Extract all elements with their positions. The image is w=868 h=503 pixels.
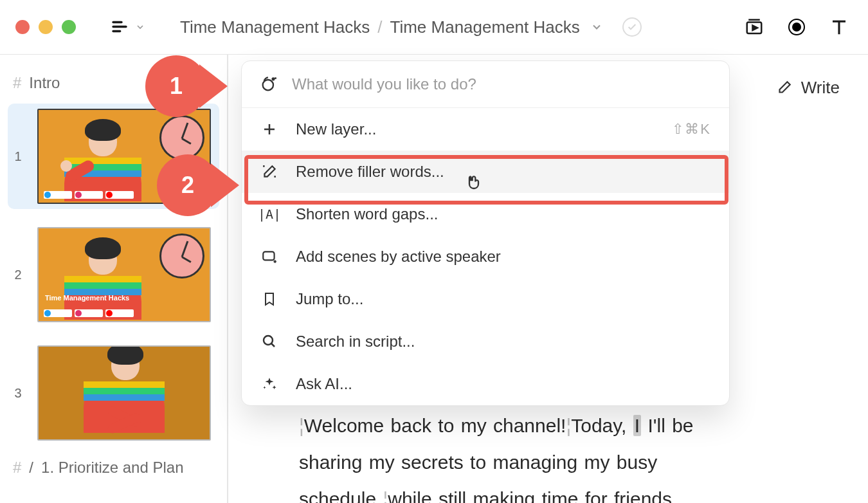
tutorial-step-1: 1 bbox=[145, 55, 228, 117]
sync-status-icon bbox=[622, 17, 642, 37]
transcript-segment[interactable]: Today, bbox=[571, 415, 626, 436]
close-window-button[interactable] bbox=[15, 20, 30, 34]
keyboard-shortcut: ⇧⌘K bbox=[672, 121, 711, 138]
scene-number: 2 bbox=[12, 268, 24, 282]
pencil-icon bbox=[775, 80, 792, 96]
svg-point-21 bbox=[264, 336, 273, 345]
palette-item-label: Ask AI... bbox=[296, 375, 352, 393]
hash-icon: # bbox=[13, 74, 21, 92]
transcript-segment[interactable]: Welcome back to my channel! bbox=[304, 415, 566, 436]
write-button[interactable]: Write bbox=[775, 78, 840, 98]
palette-item-label: Shorten word gaps... bbox=[296, 205, 438, 223]
window-controls bbox=[15, 20, 76, 34]
palette-item-label: Remove filler words... bbox=[296, 163, 444, 181]
svg-line-22 bbox=[271, 343, 275, 347]
app-logo-icon bbox=[111, 18, 129, 36]
palette-item-label: Search in script... bbox=[296, 333, 415, 351]
fullscreen-window-button[interactable] bbox=[62, 20, 76, 34]
svg-rect-2 bbox=[112, 30, 121, 33]
minimize-window-button[interactable] bbox=[39, 20, 53, 34]
write-label: Write bbox=[801, 78, 840, 98]
section-prefix: / bbox=[29, 459, 33, 477]
sparkles-icon bbox=[260, 374, 279, 394]
transcript-segment[interactable]: I'll be bbox=[647, 415, 693, 436]
palette-logo-icon bbox=[260, 75, 278, 93]
svg-rect-18 bbox=[263, 252, 274, 260]
section-title: 1. Prioritize and Plan bbox=[41, 459, 183, 477]
transcript-segment[interactable]: schedule bbox=[299, 488, 376, 503]
bookmark-icon bbox=[260, 289, 279, 309]
svg-point-9 bbox=[273, 78, 275, 80]
step-number: 1 bbox=[170, 73, 183, 100]
transcript-segment[interactable]: while still making time for friends bbox=[388, 488, 672, 503]
palette-item-label: Jump to... bbox=[296, 290, 363, 308]
command-palette: New layer... ⇧⌘K Remove filler words... … bbox=[241, 60, 730, 406]
scene-number: 1 bbox=[12, 149, 24, 164]
thumbnail-title-overlay: Time Management Hacks bbox=[45, 294, 129, 302]
scene-item-2[interactable]: 2 Time Management Hacks bbox=[8, 222, 219, 327]
scene-add-icon bbox=[260, 247, 279, 266]
breadcrumb-project[interactable]: Time Management Hacks bbox=[180, 17, 370, 37]
palette-search-row bbox=[242, 61, 729, 108]
transcript-selected-word[interactable]: I bbox=[633, 415, 641, 436]
section-header-prioritize[interactable]: # / 1. Prioritize and Plan bbox=[13, 459, 214, 477]
palette-item-shorten-word-gaps[interactable]: |A| Shorten word gaps... bbox=[242, 193, 729, 235]
palette-search-input[interactable] bbox=[292, 75, 711, 93]
palette-item-remove-filler-words[interactable]: Remove filler words... bbox=[242, 151, 729, 193]
topbar: Time Management Hacks / Time Management … bbox=[0, 0, 868, 55]
project-dropdown-chevron-icon[interactable] bbox=[135, 22, 145, 32]
transcript-text[interactable]: ¦Welcome back to my channel!¦Today, I I'… bbox=[299, 407, 842, 503]
palette-item-add-scenes-by-speaker[interactable]: Add scenes by active speaker bbox=[242, 235, 729, 278]
hash-icon: # bbox=[13, 459, 21, 477]
record-icon[interactable] bbox=[787, 17, 806, 37]
palette-item-jump-to[interactable]: Jump to... bbox=[242, 278, 729, 320]
scene-thumbnail: Time Management Hacks bbox=[37, 227, 211, 322]
caret-icon: ¦ bbox=[299, 415, 304, 436]
palette-item-label: Add scenes by active speaker bbox=[296, 248, 501, 266]
wand-pen-icon bbox=[260, 162, 279, 181]
text-tool-icon[interactable] bbox=[829, 17, 849, 37]
preview-icon[interactable] bbox=[745, 17, 764, 37]
svg-marker-5 bbox=[753, 26, 758, 31]
svg-rect-0 bbox=[112, 21, 122, 24]
palette-item-search-script[interactable]: Search in script... bbox=[242, 320, 729, 363]
word-gap-icon: |A| bbox=[260, 205, 279, 224]
breadcrumb-separator: / bbox=[377, 17, 382, 37]
breadcrumb-chevron-icon[interactable] bbox=[590, 21, 603, 33]
step-number: 2 bbox=[181, 172, 194, 199]
palette-item-ask-ai[interactable]: Ask AI... bbox=[242, 363, 729, 405]
scenes-sidebar: # Intro 1 2 bbox=[0, 55, 228, 503]
plus-icon bbox=[260, 120, 279, 139]
scene-thumbnail bbox=[37, 345, 211, 441]
cursor-pointer-icon bbox=[465, 175, 483, 193]
topbar-actions bbox=[745, 17, 849, 37]
scene-number: 3 bbox=[12, 386, 24, 401]
palette-item-new-layer[interactable]: New layer... ⇧⌘K bbox=[242, 108, 729, 151]
scene-item-3[interactable]: 3 bbox=[8, 340, 219, 446]
svg-point-8 bbox=[263, 80, 273, 90]
palette-item-label: New layer... bbox=[296, 120, 376, 138]
svg-rect-1 bbox=[112, 26, 127, 28]
breadcrumb: Time Management Hacks / Time Management … bbox=[180, 17, 642, 37]
search-icon bbox=[260, 332, 279, 351]
breadcrumb-composition[interactable]: Time Management Hacks bbox=[390, 17, 580, 37]
section-title: Intro bbox=[29, 74, 60, 92]
tutorial-step-2: 2 bbox=[157, 154, 239, 216]
transcript-segment[interactable]: sharing my secrets to managing my busy bbox=[299, 452, 657, 473]
